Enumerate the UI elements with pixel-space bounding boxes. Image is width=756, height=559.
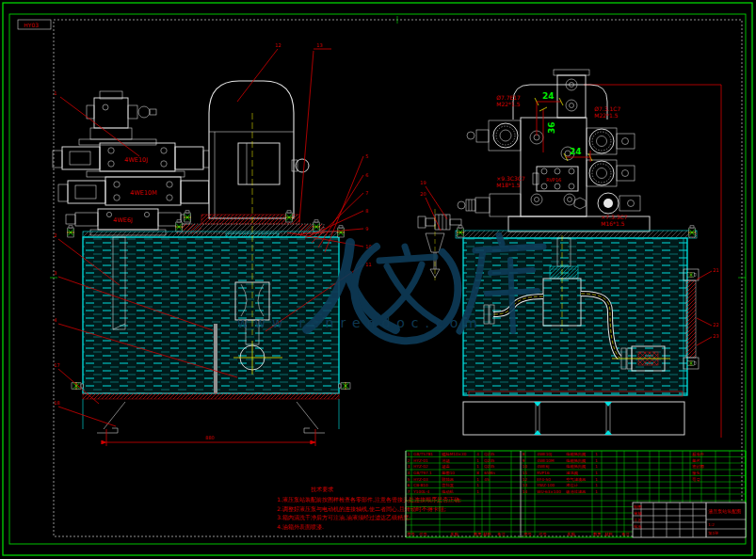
notes-title: 技术要求 xyxy=(310,486,333,493)
bom-cell: 4WE10J xyxy=(537,452,552,456)
bom-cell: 65Mn xyxy=(484,471,495,475)
bom-cell: 1 xyxy=(595,489,598,494)
bom-cell: CB-B10 xyxy=(413,483,428,487)
port-label: Ø7.7E17 xyxy=(496,94,521,101)
svg-text:24: 24 xyxy=(570,147,582,156)
bom-cell: 14 xyxy=(523,489,528,494)
bom-cell: Q235 xyxy=(484,452,495,456)
svg-text:批准: 批准 xyxy=(633,524,642,529)
port-label: Ø7.3.1C7 xyxy=(594,105,620,112)
cad-drawing: HY03 xyxy=(0,0,756,559)
svg-text:工艺: 工艺 xyxy=(633,518,642,522)
front-bottom-dim: 880 xyxy=(205,435,215,440)
balloon: 11 xyxy=(365,262,371,267)
corner-label: HY03 xyxy=(24,22,39,28)
bom-cell: 名称 xyxy=(567,532,575,536)
watermark-url: www.renrendoc.com xyxy=(237,315,484,330)
bom-cell: 1 xyxy=(595,471,598,475)
balloon: 22 xyxy=(713,322,718,327)
title-block: 制图 审核 工艺 批准 液压泵站装配图 1:2 第1张 xyxy=(633,503,746,537)
bom-cell: 4 xyxy=(476,452,479,456)
svg-text:M22*1.5: M22*1.5 xyxy=(594,112,619,119)
bom-cell: 4WE6J xyxy=(537,464,549,469)
balloon: 5 xyxy=(365,153,368,159)
balloon: 18 xyxy=(54,400,59,406)
bom-cell: 6 xyxy=(408,483,410,487)
bom-cell: 1 xyxy=(595,452,598,456)
bom-cell: 联轴器 xyxy=(442,477,454,482)
bom-cell: 备注 xyxy=(621,532,630,536)
relief-valve-label: RVP16 xyxy=(546,177,561,183)
bom-cell: 空气滤清器 xyxy=(566,477,586,482)
valve-label-1: 4WE10J xyxy=(124,156,148,164)
valve-label-2: 4WE10M xyxy=(130,189,157,197)
bom-cell: 1 xyxy=(595,483,598,487)
bom-cell: 液位计 xyxy=(566,483,578,487)
bom-cell: 2 xyxy=(408,458,410,463)
bom-cell: 1 xyxy=(476,489,479,494)
bom-cell: Q235 xyxy=(484,464,495,469)
bom-cell: 3 xyxy=(408,464,410,469)
svg-text:审核: 审核 xyxy=(634,511,642,516)
svg-text:制图: 制图 xyxy=(634,504,641,509)
bom-cell: HYZ-01 xyxy=(413,458,428,463)
bom-cell: 齿轮泵 xyxy=(442,483,454,487)
balloon: 6 xyxy=(365,172,368,178)
bom-cell: YWZ-100 xyxy=(536,483,555,487)
balloon: 1 xyxy=(54,90,56,96)
bom-cell: 1 xyxy=(476,458,479,463)
bom-cell: 1 xyxy=(595,458,598,463)
bom-cell: HYZ-03 xyxy=(413,477,428,482)
balloon: 13 xyxy=(316,42,322,48)
balloon: 2 xyxy=(54,232,56,238)
bom-cell: RVP16 xyxy=(537,471,550,475)
bom-cell: 1 xyxy=(476,464,479,469)
bom-cell: 垫圈10 xyxy=(442,471,455,475)
balloon: 3 xyxy=(54,270,56,276)
cad-canvas: HY03 xyxy=(0,0,756,559)
port-label: ×7.3.3C7 xyxy=(601,214,627,220)
bom-cell: 11 xyxy=(523,471,528,475)
svg-text:M16*1.5: M16*1.5 xyxy=(601,220,625,227)
bom-cell: 吸油过滤器 xyxy=(566,489,586,494)
bom-cell: 1 xyxy=(595,477,598,482)
svg-text:24: 24 xyxy=(542,91,555,101)
bom-cell: 代号 xyxy=(418,532,427,536)
balloon: 12 xyxy=(275,42,281,48)
bom-cell: 垫片 xyxy=(692,458,700,463)
bom-cell: 13 xyxy=(523,483,528,487)
bom-cell: EF4-50 xyxy=(537,477,551,482)
bom-cell: 箱盖 xyxy=(442,464,450,469)
bom-cell: 8 xyxy=(523,452,525,456)
bom-cell: Y100L-4 xyxy=(412,489,429,494)
bom-cell: 备注 xyxy=(497,532,506,536)
bom-cell: 1 xyxy=(476,477,479,482)
bom-cell: 8 xyxy=(476,471,479,475)
svg-text:M18*1.5: M18*1.5 xyxy=(496,182,521,188)
bom-cell: HYZ-02 xyxy=(413,464,428,469)
balloon: 23 xyxy=(713,333,718,339)
bom-cell: 螺栓M10×30 xyxy=(442,452,466,456)
bom-cell: GB/T5781 xyxy=(413,452,433,456)
drawing-scale: 1:2 xyxy=(708,522,715,527)
balloon: 20 xyxy=(420,191,426,197)
bom-cell: Q235 xyxy=(484,458,495,463)
svg-text:1.液压泵站装配前按图样检查各零部件,注意各管接头处连接顺序: 1.液压泵站装配前按图样检查各零部件,注意各管接头处连接顺序是否正确; xyxy=(277,496,461,503)
balloon: 7 xyxy=(365,190,368,196)
bom-cell: 4WE10M xyxy=(537,458,555,463)
bom-cell: 代号 xyxy=(538,532,547,536)
bom-cell: 油箱 xyxy=(442,458,449,463)
bom-cell: 1 xyxy=(476,483,479,487)
bom-cell: 序号 xyxy=(407,532,415,536)
bom-cell: 序号 xyxy=(523,532,532,536)
bom-cell: 9 xyxy=(523,458,525,463)
svg-text:4.油箱外表面喷漆.: 4.油箱外表面喷漆. xyxy=(277,523,324,531)
bom-cell: 1 xyxy=(408,452,410,456)
bom-cell: 5 xyxy=(408,477,410,482)
bom-cell: 电动机 xyxy=(442,489,454,494)
bom-cell: WU-63×100 xyxy=(537,489,561,494)
bom-cell: 接头 xyxy=(691,471,700,475)
balloon: 19 xyxy=(420,180,426,185)
balloon: 17 xyxy=(54,362,59,368)
valve-label-3: 4WE6J xyxy=(113,216,133,224)
